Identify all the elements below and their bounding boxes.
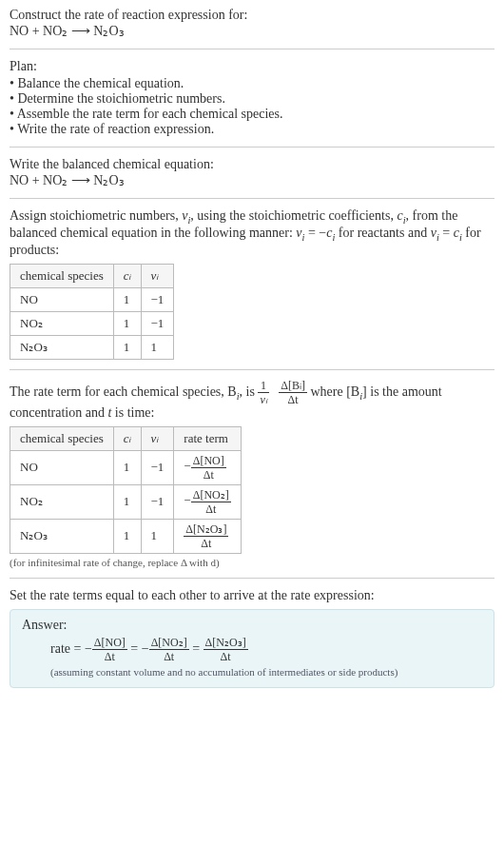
denominator: Δt bbox=[149, 650, 189, 662]
ci-header: cᵢ bbox=[124, 268, 131, 283]
table-row: N₂O₃ 1 1 bbox=[10, 335, 174, 359]
fraction: 1 νᵢ bbox=[258, 380, 268, 405]
col-nui: νᵢ bbox=[141, 264, 174, 287]
denominator: Δt bbox=[184, 537, 228, 549]
col-species: chemical species bbox=[10, 264, 114, 287]
cell-species: N₂O₃ bbox=[10, 519, 114, 553]
cell-nui: −1 bbox=[141, 287, 174, 311]
rateterm-text: , is bbox=[240, 384, 259, 398]
numerator: Δ[N₂O₃] bbox=[184, 523, 228, 537]
nui-header: νᵢ bbox=[151, 268, 159, 283]
denominator: Δt bbox=[204, 650, 248, 662]
stoich-block: Assign stoichiometric numbers, νi, using… bbox=[10, 208, 494, 360]
equals-sign: = bbox=[192, 640, 203, 655]
col-ci: cᵢ bbox=[113, 264, 141, 287]
cell-rate: −Δ[NO]Δt bbox=[174, 450, 241, 484]
stoich-text: , using the stoichiometric coefficients, bbox=[190, 208, 397, 223]
numerator: Δ[NO₂] bbox=[149, 637, 189, 650]
neg-sign: − bbox=[184, 493, 190, 507]
cell-species: NO₂ bbox=[10, 311, 114, 335]
prompt-title: Construct the rate of reaction expressio… bbox=[10, 8, 494, 23]
plan-list: Balance the chemical equation. Determine… bbox=[10, 76, 494, 137]
stoich-text: for reactants and bbox=[335, 226, 430, 240]
rateterm-table: chemical species cᵢ νᵢ rate term NO 1 −1… bbox=[10, 426, 242, 554]
balanced-heading: Write the balanced chemical equation: bbox=[10, 157, 494, 172]
cell-ci: 1 bbox=[113, 450, 141, 484]
stoich-text: Assign stoichiometric numbers, bbox=[10, 208, 182, 223]
divider bbox=[10, 147, 494, 148]
denominator: Δt bbox=[191, 502, 231, 515]
answer-expression: rate = −Δ[NO]Δt = −Δ[NO₂]Δt = Δ[N₂O₃]Δt bbox=[22, 637, 482, 662]
plan-item: Determine the stoichiometric numbers. bbox=[10, 91, 494, 107]
cell-species: NO bbox=[10, 287, 114, 311]
fraction: Δ[N₂O₃]Δt bbox=[204, 637, 248, 662]
fraction: Δ[NO]Δt bbox=[92, 637, 127, 662]
answer-label: Answer: bbox=[22, 618, 482, 633]
prompt-block: Construct the rate of reaction expressio… bbox=[10, 8, 494, 39]
cell-ci: 1 bbox=[113, 335, 141, 359]
stoich-text: = − bbox=[304, 226, 326, 240]
numerator: Δ[N₂O₃] bbox=[204, 637, 248, 650]
fraction: Δ[NO₂]Δt bbox=[149, 637, 189, 662]
cell-ci: 1 bbox=[113, 311, 141, 335]
rateterm-text: is time: bbox=[111, 405, 154, 420]
set-equal-block: Set the rate terms equal to each other t… bbox=[10, 588, 494, 688]
divider bbox=[10, 578, 494, 579]
cell-rate: Δ[N₂O₃]Δt bbox=[174, 519, 241, 553]
stoich-text: = bbox=[439, 226, 454, 240]
balanced-block: Write the balanced chemical equation: NO… bbox=[10, 157, 494, 188]
unbalanced-equation: NO + NO₂ ⟶ N₂O₃ bbox=[10, 23, 494, 39]
neg-sign: − bbox=[184, 459, 190, 473]
plan-block: Plan: Balance the chemical equation. Det… bbox=[10, 59, 494, 137]
cell-ci: 1 bbox=[113, 287, 141, 311]
cell-nui: 1 bbox=[141, 519, 174, 553]
set-equal-text: Set the rate terms equal to each other t… bbox=[10, 588, 494, 603]
cell-nui: −1 bbox=[141, 484, 174, 519]
plan-item: Assemble the rate term for each chemical… bbox=[10, 107, 494, 122]
nui-header: νᵢ bbox=[151, 431, 159, 445]
table-row: NO 1 −1 −Δ[NO]Δt bbox=[10, 450, 242, 484]
answer-assumption: (assuming constant volume and no accumul… bbox=[22, 666, 482, 678]
cell-nui: −1 bbox=[141, 311, 174, 335]
neg-sign: − bbox=[85, 640, 92, 655]
equals-sign: = bbox=[130, 640, 141, 655]
balanced-equation: NO + NO₂ ⟶ N₂O₃ bbox=[10, 172, 494, 188]
infinitesimal-note: (for infinitesimal rate of change, repla… bbox=[10, 557, 494, 568]
cell-ci: 1 bbox=[113, 519, 141, 553]
numerator: Δ[NO₂] bbox=[191, 489, 231, 502]
numerator: Δ[NO] bbox=[92, 637, 127, 650]
numerator: Δ[Bᵢ] bbox=[279, 380, 307, 393]
table-row: NO₂ 1 −1 bbox=[10, 311, 174, 335]
plan-heading: Plan: bbox=[10, 59, 494, 74]
answer-box: Answer: rate = −Δ[NO]Δt = −Δ[NO₂]Δt = Δ[… bbox=[10, 609, 494, 688]
ci-header: cᵢ bbox=[124, 431, 131, 445]
neg-sign: − bbox=[142, 640, 149, 655]
cell-species: NO₂ bbox=[10, 484, 114, 519]
table-header-row: chemical species cᵢ νᵢ rate term bbox=[10, 426, 242, 450]
numerator: Δ[NO] bbox=[191, 455, 226, 468]
table-row: NO₂ 1 −1 −Δ[NO₂]Δt bbox=[10, 484, 242, 519]
denominator: νᵢ bbox=[258, 393, 268, 405]
denominator: Δt bbox=[191, 468, 226, 481]
table-row: N₂O₃ 1 1 Δ[N₂O₃]Δt bbox=[10, 519, 242, 553]
denominator: Δt bbox=[92, 650, 127, 662]
cell-species: NO bbox=[10, 450, 114, 484]
fraction: Δ[NO₂]Δt bbox=[191, 489, 231, 515]
fraction: Δ[Bᵢ] Δt bbox=[279, 380, 307, 405]
rateterm-text: where [B bbox=[310, 384, 359, 398]
cell-ci: 1 bbox=[113, 484, 141, 519]
denominator: Δt bbox=[279, 393, 307, 405]
cell-nui: −1 bbox=[141, 450, 174, 484]
plan-item: Balance the chemical equation. bbox=[10, 76, 494, 91]
col-rate: rate term bbox=[174, 426, 241, 450]
rateterm-block: The rate term for each chemical species,… bbox=[10, 380, 494, 568]
cell-species: N₂O₃ bbox=[10, 335, 114, 359]
table-row: NO 1 −1 bbox=[10, 287, 174, 311]
fraction: Δ[NO]Δt bbox=[191, 455, 226, 481]
divider bbox=[10, 369, 494, 370]
rateterm-text: The rate term for each chemical species,… bbox=[10, 384, 237, 398]
col-ci: cᵢ bbox=[113, 426, 141, 450]
col-nui: νᵢ bbox=[141, 426, 174, 450]
table-header-row: chemical species cᵢ νᵢ bbox=[10, 264, 174, 287]
numerator: 1 bbox=[258, 380, 268, 393]
